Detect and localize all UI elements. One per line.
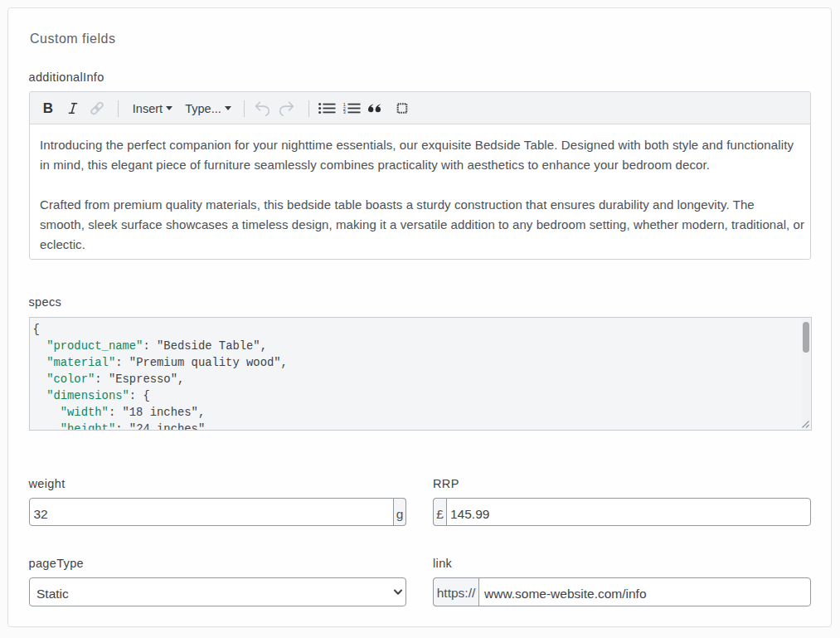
svg-text:3: 3 xyxy=(343,110,346,114)
